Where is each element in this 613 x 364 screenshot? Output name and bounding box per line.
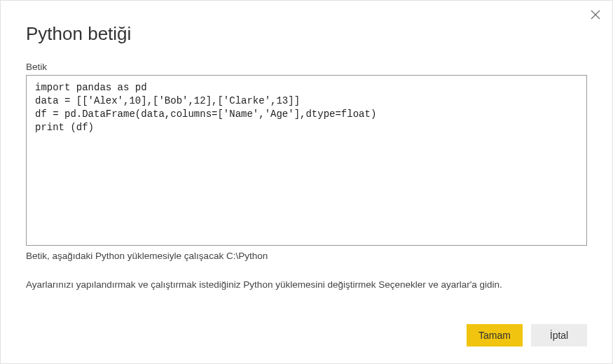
install-path-text: Betik, aşağıdaki Python yüklemesiyle çal… xyxy=(26,251,587,261)
ok-button[interactable]: Tamam xyxy=(467,324,523,346)
python-script-dialog: Python betiği Betik Betik, aşağıdaki Pyt… xyxy=(1,1,612,363)
script-label: Betik xyxy=(26,62,587,72)
close-icon xyxy=(591,10,600,22)
close-button[interactable] xyxy=(590,10,601,22)
cancel-button[interactable]: İptal xyxy=(531,324,587,346)
dialog-footer: Tamam İptal xyxy=(26,307,587,346)
dialog-title: Python betiği xyxy=(26,23,587,45)
script-input[interactable] xyxy=(26,75,587,246)
settings-hint-text: Ayarlarınızı yapılandırmak ve çalıştırma… xyxy=(26,279,587,290)
